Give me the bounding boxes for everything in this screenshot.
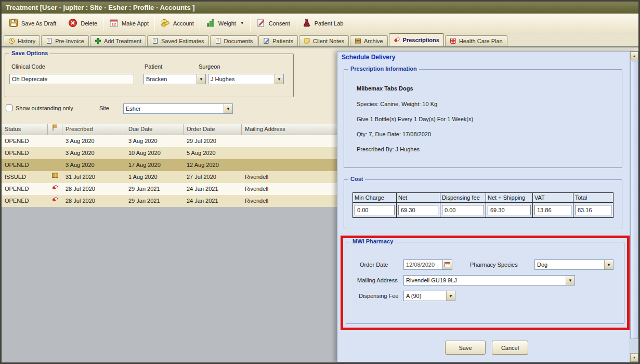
bar-chart-icon bbox=[206, 18, 215, 29]
toolbar-separator bbox=[154, 16, 155, 31]
make-appt-button[interactable]: 12 Make Appt bbox=[105, 16, 153, 31]
pharmacy-species-select[interactable]: Dog ▼ bbox=[534, 259, 613, 270]
table-row[interactable]: OPENED 3 Aug 2020 10 Aug 2020 5 Aug 2020 bbox=[2, 147, 345, 159]
table-row-selected[interactable]: OPENED 3 Aug 2020 17 Aug 2020 12 Aug 202… bbox=[2, 159, 345, 171]
column-header-due-date[interactable]: Due Date bbox=[125, 124, 184, 135]
flag-cell bbox=[48, 195, 62, 207]
site-select[interactable]: Esher ▼ bbox=[123, 103, 233, 114]
tab-prescriptions[interactable]: Prescriptions bbox=[389, 33, 444, 46]
qty-line: Qty: 7, Due Date: 17/08/2020 bbox=[357, 131, 431, 137]
table-header-row: Status Prescribed Due Date Order Date Ma… bbox=[2, 124, 345, 135]
mwi-pharmacy-label: MWI Pharmacy bbox=[350, 238, 395, 244]
patient-select[interactable]: Bracken ▼ bbox=[143, 74, 206, 84]
cost-value-min-charge[interactable]: 0.00 bbox=[355, 205, 395, 215]
site-select-value: Esher bbox=[126, 106, 141, 112]
tab-pre-invoice[interactable]: Pre-Invoice bbox=[41, 35, 89, 46]
prescriptions-table: Status Prescribed Due Date Order Date Ma… bbox=[2, 124, 345, 207]
date-picker-button[interactable] bbox=[443, 259, 452, 270]
chevron-down-icon[interactable]: ▼ bbox=[604, 260, 613, 269]
status-cell: OPENED bbox=[2, 195, 48, 207]
clinical-code-input[interactable] bbox=[9, 74, 134, 84]
surgeon-select[interactable]: J Hughes ▼ bbox=[208, 74, 284, 84]
save-as-draft-button[interactable]: Save As Draft bbox=[5, 16, 60, 31]
scrollbar-thumb[interactable] bbox=[630, 61, 638, 339]
flag-cell bbox=[48, 159, 62, 171]
tab-archive[interactable]: Archive bbox=[350, 35, 388, 46]
lab-flask-icon bbox=[302, 18, 311, 29]
surgeon-label: Surgeon bbox=[199, 63, 220, 70]
tab-documents[interactable]: Documents bbox=[210, 35, 258, 46]
capsule-icon bbox=[394, 36, 400, 44]
patient-label: Patient bbox=[145, 63, 162, 70]
cost-value-net-shipping[interactable]: 69.30 bbox=[488, 205, 531, 215]
show-outstanding-label: Show outstanding only bbox=[16, 105, 73, 111]
cost-value-total[interactable]: 83.16 bbox=[575, 205, 611, 215]
chevron-down-icon[interactable]: ▼ bbox=[446, 291, 455, 301]
tab-health-care-plan-label: Health Care Plan bbox=[459, 38, 503, 44]
due-date-cell: 17 Aug 2020 bbox=[125, 159, 184, 171]
due-date-cell: 3 Aug 2020 bbox=[125, 135, 184, 147]
patient-lab-button[interactable]: Patient Lab bbox=[298, 16, 348, 31]
column-header-prescribed[interactable]: Prescribed bbox=[62, 124, 125, 135]
cost-value-vat[interactable]: 13.86 bbox=[534, 205, 571, 215]
dialog-scrollbar[interactable]: ▲ ▼ bbox=[630, 51, 638, 362]
tab-history[interactable]: History bbox=[4, 35, 40, 46]
tab-patients-label: Patients bbox=[272, 38, 293, 44]
weight-button[interactable]: Weight ▼ bbox=[202, 16, 249, 31]
cost-header-min-charge: Min Charge bbox=[353, 193, 396, 203]
cost-value-net[interactable]: 69.30 bbox=[398, 205, 438, 215]
cost-header-net-shipping: Net + Shipping bbox=[486, 193, 532, 203]
flag-cell bbox=[48, 147, 62, 159]
calendar-icon: 12 bbox=[109, 18, 119, 29]
tab-health-care-plan[interactable]: Health Care Plan bbox=[445, 35, 507, 46]
cost-value-dispensing-fee[interactable]: 0.00 bbox=[442, 205, 484, 215]
svg-text:12: 12 bbox=[112, 21, 116, 26]
table-row[interactable]: OPENED 3 Aug 2020 3 Aug 2020 29 Jul 2020 bbox=[2, 135, 345, 147]
tab-add-treatment[interactable]: Add Treatment bbox=[90, 35, 146, 46]
chevron-down-icon[interactable]: ▼ bbox=[197, 74, 205, 84]
cancel-button[interactable]: Cancel bbox=[492, 341, 528, 355]
chevron-down-icon: ▼ bbox=[240, 21, 244, 25]
delete-button[interactable]: Delete bbox=[64, 16, 101, 31]
pencil-page-icon bbox=[263, 37, 270, 45]
cost-column: VAT 13.86 bbox=[533, 193, 573, 217]
cost-column: Min Charge 0.00 bbox=[353, 193, 397, 217]
clinical-code-label: Clinical Code bbox=[11, 63, 45, 70]
table-row[interactable]: OPENED 28 Jul 2020 29 Jan 2021 24 Jan 20… bbox=[2, 195, 345, 207]
column-header-status[interactable]: Status bbox=[2, 124, 48, 135]
pharmacy-species-value: Dog bbox=[537, 262, 547, 268]
scroll-up-button[interactable]: ▲ bbox=[630, 51, 638, 60]
column-header-order-date[interactable]: Order Date bbox=[184, 124, 242, 135]
toolbar: Save As Draft Delete 12 Make Appt Accoun… bbox=[2, 14, 638, 33]
cost-column: Net 69.30 bbox=[397, 193, 440, 217]
column-header-mailing-address[interactable]: Mailing Address bbox=[242, 124, 345, 135]
tab-add-treatment-label: Add Treatment bbox=[104, 38, 141, 44]
prescribed-cell: 31 Jul 2020 bbox=[62, 171, 125, 183]
mailing-address-select[interactable]: Rivendell GU19 9LJ ▼ bbox=[403, 275, 575, 285]
chevron-down-icon[interactable]: ▼ bbox=[275, 74, 283, 84]
save-button[interactable]: Save bbox=[445, 341, 486, 355]
make-appt-label: Make Appt bbox=[122, 20, 149, 27]
due-date-cell: 29 Jan 2021 bbox=[125, 183, 184, 195]
chevron-down-icon[interactable]: ▼ bbox=[224, 104, 232, 113]
tab-patients[interactable]: Patients bbox=[258, 35, 298, 46]
tab-client-notes[interactable]: Client Notes bbox=[299, 35, 349, 46]
dispensing-fee-select[interactable]: A (90) ▼ bbox=[403, 291, 455, 301]
tab-archive-label: Archive bbox=[364, 38, 383, 44]
column-header-flag[interactable] bbox=[48, 124, 62, 135]
show-outstanding-checkbox[interactable] bbox=[6, 105, 12, 111]
floppy-disk-icon bbox=[9, 18, 18, 29]
scroll-down-button[interactable]: ▼ bbox=[630, 353, 638, 362]
dispensing-fee-label: Dispensing Fee bbox=[359, 293, 398, 299]
order-date-input[interactable] bbox=[403, 259, 443, 270]
account-button[interactable]: Account bbox=[156, 16, 198, 31]
chevron-down-icon[interactable]: ▼ bbox=[566, 276, 574, 285]
tab-saved-estimates[interactable]: Saved Estimates bbox=[147, 35, 209, 46]
consent-button[interactable]: Consent bbox=[252, 16, 294, 31]
due-date-cell: 10 Aug 2020 bbox=[125, 147, 184, 159]
order-date-cell: 24 Jan 2021 bbox=[184, 195, 242, 207]
table-row[interactable]: ISSUED 31 Jul 2020 1 Aug 2020 27 Jul 202… bbox=[2, 171, 345, 183]
table-row[interactable]: OPENED 28 Jul 2020 29 Jan 2021 24 Jan 20… bbox=[2, 183, 345, 195]
dosage-line: Give 1 Bottle(s) Every 1 Day(s) For 1 We… bbox=[357, 116, 473, 122]
dialog-title: Schedule Delivery bbox=[342, 54, 395, 61]
